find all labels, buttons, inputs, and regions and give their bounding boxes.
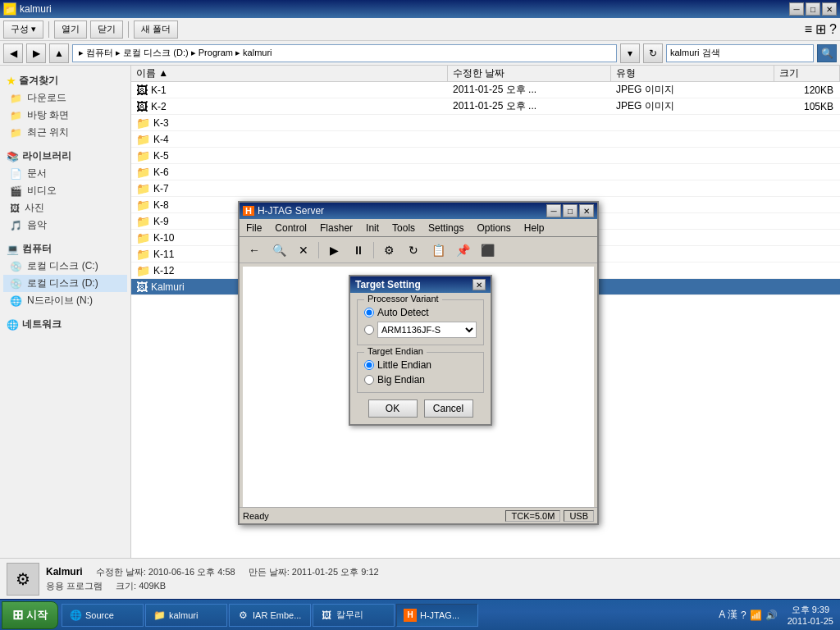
taskbar-item-hjtag[interactable]: H H-JTAG... (396, 604, 478, 627)
table-row[interactable]: 📁 K-6 (131, 164, 840, 180)
toolbar-sep (318, 242, 319, 258)
big-endian-radio[interactable] (364, 375, 374, 385)
sidebar-item-drive-c[interactable]: 💿 로컬 디스크 (C:) (3, 258, 127, 275)
sidebar-item-music[interactable]: 🎵 음악 (3, 217, 127, 234)
video-icon: 🎬 (10, 185, 22, 197)
maximize-button[interactable]: □ (806, 2, 820, 16)
hjtag-menu-init[interactable]: Init (363, 221, 382, 235)
library-header[interactable]: 📚 라이브러리 (3, 148, 127, 165)
table-row[interactable]: 🖼 K-1 2011-01-25 오후 ... JPEG 이미지 120KB (131, 82, 840, 98)
hjtag-menu-options[interactable]: Options (473, 221, 514, 235)
taskbar-icon-source: 🌐 (69, 609, 82, 622)
file-type-cell: JPEG 이미지 (611, 99, 774, 113)
table-row[interactable]: 📁 K-3 (131, 115, 840, 131)
status-name: Kalmuri (46, 566, 83, 578)
table-row[interactable]: 📁 K-4 (131, 131, 840, 148)
taskbar-item-source[interactable]: 🌐 Source (62, 604, 144, 627)
favorites-header[interactable]: ★ 즐겨찾기 (3, 72, 127, 89)
refresh-button[interactable]: ↻ (643, 43, 663, 63)
address-bar: ◀ ▶ ▲ ▸ 컴퓨터 ▸ 로컬 디스크 (D:) ▸ Program ▸ ka… (0, 41, 840, 66)
address-input[interactable]: ▸ 컴퓨터 ▸ 로컬 디스크 (D:) ▸ Program ▸ kalmuri (72, 44, 617, 62)
sidebar-item-photo[interactable]: 🖼 사진 (3, 199, 127, 217)
file-icon: 📁 (136, 149, 150, 162)
sidebar-item-recent[interactable]: 📁 최근 위치 (3, 124, 127, 141)
folder-icon: 📁 (10, 93, 22, 104)
volume-icon[interactable]: 🔊 (765, 609, 778, 621)
sidebar-item-drive-n[interactable]: 🌐 N드라이브 (N:) (3, 292, 127, 309)
arm-radio[interactable] (364, 325, 374, 335)
taskbar-item-kalmuri2[interactable]: 🖼 칼무리 (313, 604, 395, 627)
arm-dropdown[interactable]: ARM1136JF-S (377, 322, 477, 338)
forward-button[interactable]: ▶ (26, 43, 46, 63)
file-name-cell: 📁 K-7 (131, 182, 448, 195)
table-row[interactable]: 📁 K-7 (131, 180, 840, 197)
hjtag-copy-btn[interactable]: 📋 (427, 240, 450, 261)
hjtag-close-btn[interactable]: ✕ (579, 204, 594, 217)
sidebar-item-download[interactable]: 📁 다운로드 (3, 89, 127, 107)
hjtag-back-btn[interactable]: ← (243, 240, 266, 261)
hjtag-menu-flasher[interactable]: Flasher (317, 221, 356, 235)
minimize-button[interactable]: ─ (789, 2, 804, 16)
taskbar-item-kalmuri[interactable]: 📁 kalmuri (145, 604, 227, 627)
hjtag-settings-btn[interactable]: ⚙ (377, 240, 400, 261)
little-endian-radio[interactable] (364, 360, 374, 370)
view-icon[interactable]: ≡ (805, 22, 812, 37)
hjtag-minimize-btn[interactable]: ─ (546, 204, 561, 217)
hjtag-search-btn[interactable]: 🔍 (267, 240, 290, 261)
hjtag-stop2-btn[interactable]: ⬛ (476, 240, 499, 261)
col-type[interactable]: 유형 (611, 66, 774, 81)
hjtag-menu-tools[interactable]: Tools (389, 221, 418, 235)
table-row[interactable]: 🖼 K-2 2011-01-25 오후 ... JPEG 이미지 105KB (131, 98, 840, 115)
hjtag-maximize-btn[interactable]: □ (563, 204, 578, 217)
sidebar-item-drive-d[interactable]: 💿 로컬 디스크 (D:) (3, 275, 127, 292)
organize-button[interactable]: 구성 ▾ (3, 21, 43, 39)
hjtag-menu-control[interactable]: Control (272, 221, 310, 235)
sidebar: ★ 즐겨찾기 📁 다운로드 📁 바탕 화면 📁 최근 위치 (0, 66, 131, 612)
help-icon[interactable]: ? (829, 22, 837, 37)
col-size[interactable]: 크기 (774, 66, 840, 81)
network-header[interactable]: 🌐 네트워크 (3, 316, 127, 333)
folder-icon: 📁 (10, 110, 22, 121)
hjtag-refresh-btn[interactable]: ↻ (402, 240, 425, 261)
ok-button[interactable]: OK (368, 399, 418, 418)
open-button[interactable]: 열기 (54, 21, 87, 39)
auto-detect-radio[interactable] (364, 308, 374, 317)
hjtag-menu-file[interactable]: File (243, 221, 265, 235)
lang-icon[interactable]: A 漢 (719, 608, 737, 622)
sidebar-item-video[interactable]: 🎬 비디오 (3, 182, 127, 199)
hjtag-menu-help[interactable]: Help (521, 221, 548, 235)
col-date[interactable]: 수정한 날짜 (448, 66, 611, 81)
computer-header[interactable]: 💻 컴퓨터 (3, 240, 127, 258)
search-input[interactable]: kalmuri 검색 (666, 44, 814, 62)
taskbar-clock[interactable]: 오후 9:39 2011-01-25 (781, 604, 840, 626)
start-button[interactable]: ⊞ 시작 (2, 601, 58, 629)
file-date-cell: 2011-01-25 오후 ... (448, 83, 611, 97)
close-button[interactable]: ✕ (822, 2, 837, 16)
sidebar-item-docs[interactable]: 📄 문서 (3, 165, 127, 182)
sidebar-item-desktop[interactable]: 📁 바탕 화면 (3, 107, 127, 124)
search-button[interactable]: 🔍 (817, 44, 837, 62)
hjtag-pause-btn[interactable]: ⏸ (347, 240, 370, 261)
cancel-button[interactable]: Cancel (424, 399, 473, 418)
folder-icon: 📁 (10, 127, 22, 139)
dialog-close-button[interactable]: ✕ (472, 279, 486, 290)
hjtag-pin-btn[interactable]: 📌 (451, 240, 474, 261)
help-icon[interactable]: ? (741, 609, 746, 621)
col-name[interactable]: 이름 ▲ (131, 66, 448, 81)
hjtag-status-bar: Ready TCK=5.0M USB (240, 507, 597, 523)
close-btn[interactable]: 닫기 (90, 21, 123, 39)
new-folder-button[interactable]: 새 폴더 (134, 21, 178, 39)
view-detail-icon[interactable]: ⊞ (815, 21, 826, 37)
hjtag-run-btn[interactable]: ▶ (322, 240, 345, 261)
hjtag-menu-settings[interactable]: Settings (425, 221, 467, 235)
hjtag-toolbar: ← 🔍 ✕ ▶ ⏸ ⚙ ↻ 📋 📌 ⬛ (240, 237, 597, 263)
hjtag-tck-badge: TCK=5.0M (505, 510, 560, 522)
file-size-cell: 105KB (774, 101, 840, 112)
hjtag-stop-btn[interactable]: ✕ (292, 240, 315, 261)
taskbar-item-iar[interactable]: ⚙ IAR Embe... (229, 604, 311, 627)
table-row[interactable]: 📁 K-5 (131, 148, 840, 164)
network-tray-icon[interactable]: 📶 (750, 609, 762, 621)
back-button[interactable]: ◀ (3, 43, 23, 63)
address-dropdown-btn[interactable]: ▾ (620, 43, 640, 63)
up-button[interactable]: ▲ (49, 43, 69, 63)
